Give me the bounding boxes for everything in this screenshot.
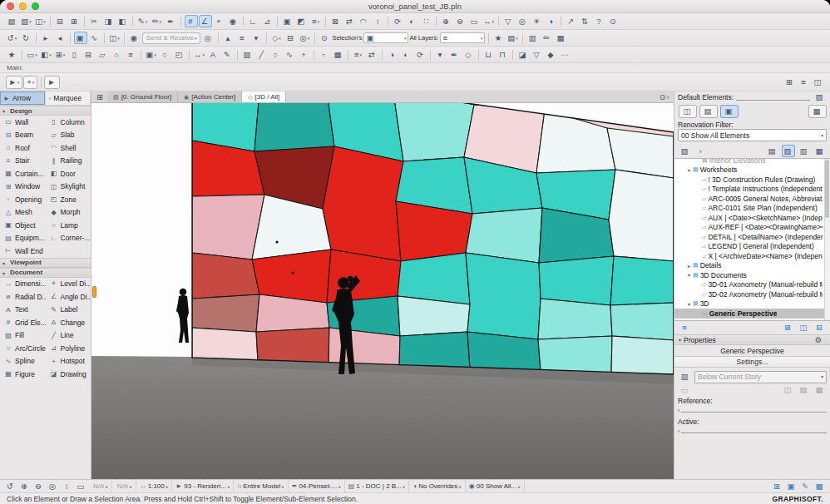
story-display-icon[interactable]: ▥ xyxy=(679,371,692,383)
minimize-button[interactable] xyxy=(19,2,27,10)
3d-viewport[interactable] xyxy=(91,103,674,479)
navigator-folder-3d-documents[interactable]: ▾▤3D Documents xyxy=(674,270,830,280)
quick-layers-icon[interactable]: ⊞ xyxy=(771,480,784,492)
toolbar-icon[interactable] xyxy=(382,50,383,60)
link-tool-icon[interactable]: ▦ xyxy=(813,384,827,397)
tool-opening[interactable]: ▫Opening xyxy=(0,193,46,206)
tool-dimension[interactable]: ↔Dimensi... xyxy=(0,278,46,291)
project-chooser-icon[interactable]: ▧ xyxy=(679,145,692,157)
navigator-item-3d-02[interactable]: ◇3D-02 Axonometry (Manual-rebuild Model) xyxy=(674,289,830,299)
toolbar-icon[interactable] xyxy=(325,17,326,27)
plot-icon[interactable]: ⊞ xyxy=(68,15,82,27)
adjust-icon[interactable]: ⇄ xyxy=(343,15,357,27)
toolbar-icon[interactable] xyxy=(488,33,489,43)
toolbar-icon[interactable] xyxy=(237,50,238,60)
selection-method-button[interactable]: ⌖▾ xyxy=(23,76,37,89)
publish-icon[interactable]: ↗ xyxy=(565,15,578,27)
marquee-tool-button[interactable]: ▫ Marquee xyxy=(46,91,91,105)
toolbar-icon[interactable] xyxy=(277,17,278,27)
zoom-out-icon[interactable]: ⊖ xyxy=(32,480,46,492)
print-icon[interactable]: ⊟ xyxy=(54,15,67,27)
cut-icon[interactable]: ✂ xyxy=(88,15,101,27)
tab-ground-floor[interactable]: ▧[0. Ground Floor] xyxy=(107,91,178,102)
spline-tool-icon[interactable]: ∿ xyxy=(284,48,297,61)
zoom-in-icon[interactable]: ⊕ xyxy=(18,480,32,492)
teamwork-sync-icon[interactable]: ⇅ xyxy=(579,15,592,27)
selections-field[interactable]: ▣▾ xyxy=(363,32,408,43)
slab-tool-icon[interactable]: ▱ xyxy=(96,48,110,61)
tool-beam[interactable]: ⊟Beam xyxy=(0,129,46,142)
sun-icon[interactable]: ☀ xyxy=(531,15,544,27)
renovation-filter-select[interactable]: 00 Show All Elements ▾ xyxy=(678,129,827,141)
tool-skylight[interactable]: ◫Skylight xyxy=(46,180,91,194)
view-settings-field[interactable]: ►93 - Renderi...▸ xyxy=(172,480,234,492)
tool-wall[interactable]: ▭Wall xyxy=(0,116,46,129)
pen-icon[interactable]: ✎▾ xyxy=(136,15,150,27)
close-button[interactable] xyxy=(7,2,14,10)
organizer-icon[interactable]: ✎ xyxy=(799,480,813,492)
navigator-item-legend[interactable]: ▱LEGEND | General (Independent) xyxy=(674,242,830,252)
tool-angle-dimension[interactable]: ∠Angle Di... xyxy=(46,290,91,304)
shadow-icon[interactable]: ◑ xyxy=(545,15,558,27)
stair-tool-icon[interactable]: ≡ xyxy=(125,48,138,61)
layout-tool-icon[interactable]: ▭ xyxy=(679,384,692,397)
delete-item-icon[interactable]: ⊟ xyxy=(813,322,827,334)
element-settings-icon[interactable]: ▤▾ xyxy=(506,32,519,44)
toolbar-icon[interactable] xyxy=(84,17,85,27)
tool-corner-window[interactable]: ∟Corner-... xyxy=(46,232,91,245)
suspend-groups-icon[interactable]: ▣ xyxy=(74,32,87,44)
navigator-item-aux-ref[interactable]: ▱AUX-REF | <Date><DrawingName><FloorLeve… xyxy=(674,223,830,233)
find-select-icon[interactable]: ⊙ xyxy=(318,32,331,44)
zone-tool-icon[interactable]: ◰ xyxy=(173,48,186,61)
clean-walls-icon[interactable]: ⊔ xyxy=(482,48,496,61)
nav-back-icon[interactable]: ↺ xyxy=(4,480,17,492)
default-elements-field[interactable] xyxy=(736,95,810,101)
toolbar-icon[interactable] xyxy=(430,50,431,60)
split-icon[interactable]: ⊠ xyxy=(329,15,343,27)
dimension-tool-icon[interactable]: ↔▾ xyxy=(193,48,206,61)
tool-object[interactable]: ▣Object xyxy=(0,219,46,232)
story-down-icon[interactable]: ▾ xyxy=(249,32,263,44)
toolbar-icon[interactable] xyxy=(314,50,314,60)
model-view-icon[interactable]: ◇ xyxy=(462,48,476,61)
navigate-icon[interactable]: ↔▾ xyxy=(482,15,496,27)
ortho-icon[interactable]: ∟ xyxy=(247,15,260,27)
navigator-item-aux[interactable]: ▱AUX | <Date><SketchName> (Independent) xyxy=(674,213,830,223)
rotate-icon[interactable]: ⟳ xyxy=(392,15,405,27)
pen-set-icon[interactable]: ✒ xyxy=(448,48,462,61)
toolbox-tool[interactable]: Viewpoint xyxy=(0,258,91,268)
tool-hotspot[interactable]: +Hotspot xyxy=(46,355,91,368)
toolbar-icon[interactable] xyxy=(266,33,267,43)
tool-curtain-wall[interactable]: ▦Curtain... xyxy=(0,167,46,180)
tool-change[interactable]: ΔChange xyxy=(46,316,91,329)
navigator-item-arc-0101[interactable]: ▱ARC-0101 Site Plan (Independent) xyxy=(674,204,830,214)
reference-story-field[interactable]: N/A▸ xyxy=(112,480,136,492)
gear-icon[interactable]: ⚙ xyxy=(813,335,826,344)
tool-radial-dimension[interactable]: ⌀Radial D... xyxy=(0,290,46,304)
layer-settings-icon[interactable]: ≡▾ xyxy=(352,48,365,61)
magic-wand-icon[interactable]: ∿ xyxy=(88,32,101,44)
navigator-item-arc-0005[interactable]: ▱ARC-0005 General Notes, Abbreviations &… xyxy=(674,194,830,204)
toolbar-icon[interactable] xyxy=(478,50,479,60)
layout-book-icon[interactable]: ▥ xyxy=(798,145,811,157)
drawing-tool-icon[interactable]: ◫ xyxy=(782,384,795,397)
clone-folder-icon[interactable]: ◫ xyxy=(798,322,811,334)
path-chevron-icon[interactable]: › xyxy=(694,145,708,157)
tool-shell[interactable]: ◠Shell xyxy=(46,141,91,155)
layer-combination-field[interactable]: ▤1 - DOC | 2 B...▸ xyxy=(345,480,410,492)
toolbar-icon[interactable] xyxy=(189,50,190,60)
zoom-button[interactable] xyxy=(32,2,39,10)
resize-icon[interactable]: ↕ xyxy=(372,15,385,27)
line-tool-icon[interactable]: ╱ xyxy=(255,48,269,61)
toolbox-tool[interactable]: Design xyxy=(0,106,91,116)
toolbar-icon[interactable] xyxy=(132,17,133,27)
search-icon[interactable]: ⊙ xyxy=(607,15,620,27)
navigator-item-interior-elevations[interactable]: ▤Interior Elevations xyxy=(674,158,830,166)
inject-parameters-icon[interactable]: ◂ xyxy=(54,32,67,44)
teamwork-icon[interactable]: ◉ xyxy=(128,32,141,44)
column-tool-icon[interactable]: ▯ xyxy=(68,48,82,61)
tool-slab[interactable]: ▱Slab xyxy=(46,129,91,142)
trace-reference-icon[interactable]: ◫▾ xyxy=(108,32,121,44)
tool-column[interactable]: ▯Column xyxy=(46,116,91,129)
default-object-icon[interactable]: ▣ xyxy=(720,105,739,118)
